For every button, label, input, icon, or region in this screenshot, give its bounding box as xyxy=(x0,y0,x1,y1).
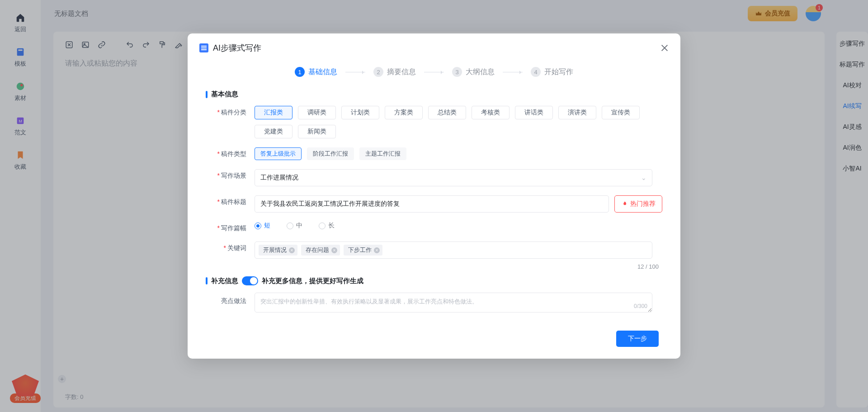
chip-type[interactable]: 主题工作汇报 xyxy=(359,147,406,160)
step-label: 大纲信息 xyxy=(466,67,495,77)
step-start[interactable]: 4开始写作 xyxy=(531,67,573,77)
length-radios: 短 中 长 xyxy=(255,222,662,230)
close-button[interactable] xyxy=(660,44,669,52)
tag-remove-icon[interactable]: × xyxy=(289,247,295,253)
chevron-down-icon: ⌄ xyxy=(641,174,646,181)
keyword-tag: 下步工作× xyxy=(344,245,382,256)
tag-remove-icon[interactable]: × xyxy=(374,247,380,253)
next-button[interactable]: 下一步 xyxy=(616,331,659,347)
modal-title-wrap: AI步骤式写作 xyxy=(199,43,261,53)
type-chips: 答复上级批示 阶段工作汇报 主题工作汇报 xyxy=(255,147,662,160)
keywords-field: 开展情况× 存在问题× 下步工作× xyxy=(255,242,662,259)
textarea-counter: 0/300 xyxy=(634,303,647,309)
chip-type[interactable]: 答复上级批示 xyxy=(255,147,302,160)
row-scene: *写作场景 工作进展情况 ⌄ xyxy=(206,169,662,186)
row-length: *写作篇幅 短 中 长 xyxy=(206,222,662,232)
section-label: 基本信息 xyxy=(211,90,238,99)
radio-label: 短 xyxy=(264,222,270,230)
radio-mid[interactable]: 中 xyxy=(287,222,302,230)
title-input[interactable]: 关于我县农民工返岗复工情况工作开展进度的答复 xyxy=(255,195,609,213)
row-category: *稿件分类 汇报类 调研类 计划类 方案类 总结类 考核类 讲话类 演讲类 宣传… xyxy=(206,106,662,138)
scene-value: 工作进展情况 xyxy=(260,174,298,182)
keyword-counter: 12 / 100 xyxy=(206,263,662,270)
label-category: *稿件分类 xyxy=(206,106,255,117)
radio-dot-icon xyxy=(319,223,326,229)
row-type: *稿件类型 答复上级批示 阶段工作汇报 主题工作汇报 xyxy=(206,147,662,160)
doc-icon xyxy=(199,43,208,52)
chip-category[interactable]: 汇报类 xyxy=(255,106,292,119)
step-label: 基础信息 xyxy=(308,67,337,77)
step-arrow-icon xyxy=(503,72,523,72)
label-highlight: 亮点做法 xyxy=(206,293,255,305)
chip-category[interactable]: 总结类 xyxy=(428,106,466,119)
step-arrow-icon xyxy=(345,72,365,72)
step-label: 摘要信息 xyxy=(387,67,416,77)
step-label: 开始写作 xyxy=(544,67,573,77)
row-title: *稿件标题 关于我县农民工返岗复工情况工作开展进度的答复 热门推荐 xyxy=(206,195,662,213)
supp-switch[interactable] xyxy=(242,276,258,285)
chip-category[interactable]: 宣传类 xyxy=(602,106,640,119)
label-type: *稿件类型 xyxy=(206,147,255,158)
label-length: *写作篇幅 xyxy=(206,222,255,232)
category-chips: 汇报类 调研类 计划类 方案类 总结类 考核类 讲话类 演讲类 宣传类 党建类 … xyxy=(255,106,662,138)
step-summary[interactable]: 2摘要信息 xyxy=(373,67,416,77)
chip-category[interactable]: 党建类 xyxy=(255,125,292,138)
step-arrow-icon xyxy=(424,72,444,72)
chip-category[interactable]: 考核类 xyxy=(472,106,509,119)
ai-step-modal: AI步骤式写作 1基础信息 2摘要信息 3大纲信息 4开始写作 基本信息 *稿件… xyxy=(188,33,680,359)
row-highlight: 亮点做法 突出汇报中的创新性举措、有效执行策略以及显著成果，展示工作亮点和特色做… xyxy=(206,293,662,313)
step-basic[interactable]: 1基础信息 xyxy=(295,67,337,77)
scene-field: 工作进展情况 ⌄ xyxy=(255,169,662,186)
section-basic-title: 基本信息 xyxy=(206,90,680,99)
hot-recommend-button[interactable]: 热门推荐 xyxy=(614,195,662,213)
label-title: *稿件标题 xyxy=(206,195,255,206)
chip-category[interactable]: 新闻类 xyxy=(298,125,336,138)
form: *稿件分类 汇报类 调研类 计划类 方案类 总结类 考核类 讲话类 演讲类 宣传… xyxy=(188,106,680,313)
modal-title: AI步骤式写作 xyxy=(213,43,261,53)
section-label: 补充信息 xyxy=(211,277,238,285)
supp-desc: 补充更多信息，提供更好写作生成 xyxy=(262,277,363,285)
step-outline[interactable]: 3大纲信息 xyxy=(452,67,495,77)
chip-category[interactable]: 方案类 xyxy=(385,106,423,119)
radio-dot-icon xyxy=(255,223,261,229)
section-supp-title: 补充信息 补充更多信息，提供更好写作生成 xyxy=(206,276,662,285)
radio-dot-icon xyxy=(287,223,293,229)
radio-short[interactable]: 短 xyxy=(255,222,270,230)
title-value: 关于我县农民工返岗复工情况工作开展进度的答复 xyxy=(260,200,400,208)
scene-select[interactable]: 工作进展情况 ⌄ xyxy=(255,169,652,186)
chip-category[interactable]: 讲话类 xyxy=(515,106,553,119)
chip-type[interactable]: 阶段工作汇报 xyxy=(307,147,354,160)
keyword-tag: 存在问题× xyxy=(301,245,340,256)
keywords-input[interactable]: 开展情况× 存在问题× 下步工作× xyxy=(255,242,652,259)
modal-footer: 下一步 xyxy=(188,322,680,347)
label-keywords: *关键词 xyxy=(206,242,255,252)
modal-header: AI步骤式写作 xyxy=(188,33,680,61)
tag-remove-icon[interactable]: × xyxy=(331,247,337,253)
radio-label: 长 xyxy=(328,222,335,230)
radio-label: 中 xyxy=(296,222,302,230)
label-scene: *写作场景 xyxy=(206,169,255,180)
row-keywords: *关键词 开展情况× 存在问题× 下步工作× xyxy=(206,242,662,259)
keyword-tag: 开展情况× xyxy=(259,245,297,256)
textarea-placeholder: 突出汇报中的创新性举措、有效执行策略以及显著成果，展示工作亮点和特色做法。 xyxy=(260,298,478,305)
chip-category[interactable]: 演讲类 xyxy=(558,106,596,119)
chip-category[interactable]: 调研类 xyxy=(298,106,336,119)
radio-long[interactable]: 长 xyxy=(319,222,335,230)
fire-icon xyxy=(621,201,627,207)
hot-label: 热门推荐 xyxy=(630,200,656,208)
highlight-textarea[interactable]: 突出汇报中的创新性举措、有效执行策略以及显著成果，展示工作亮点和特色做法。 0/… xyxy=(255,293,652,313)
title-field: 关于我县农民工返岗复工情况工作开展进度的答复 热门推荐 xyxy=(255,195,662,213)
chip-category[interactable]: 计划类 xyxy=(341,106,379,119)
steps-bar: 1基础信息 2摘要信息 3大纲信息 4开始写作 xyxy=(188,61,680,87)
highlight-field: 突出汇报中的创新性举措、有效执行策略以及显著成果，展示工作亮点和特色做法。 0/… xyxy=(255,293,662,313)
